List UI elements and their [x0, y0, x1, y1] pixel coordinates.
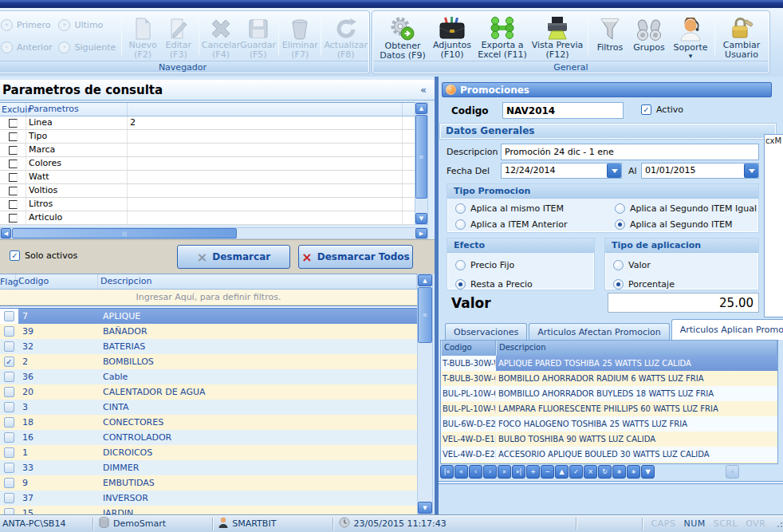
radio-resta-a-precio[interactable]: Resta a Precio: [455, 277, 594, 291]
col-descripcion[interactable]: Descripcion: [98, 274, 417, 289]
articulo-row[interactable]: T-BULB-30W-WWAPLIQUE PARED TOSHIBA 25 WA…: [441, 356, 777, 371]
flag-checkbox[interactable]: [4, 463, 14, 473]
primero-button[interactable]: « Primero: [1, 16, 52, 35]
nav-post-button[interactable]: ✓: [569, 465, 583, 479]
flag-checkbox[interactable]: [4, 402, 14, 412]
siguiente-button[interactable]: › Siguiente: [58, 38, 116, 57]
exporta-excel-button[interactable]: Exporta aExcel (F11): [475, 13, 529, 60]
nuevo-button[interactable]: Nuevo(F2): [124, 13, 161, 60]
filter-hint-row[interactable]: Ingresar Aquí, para definir filtros.: [0, 290, 417, 305]
linea-row[interactable]: 15JARDIN: [0, 506, 417, 514]
editar-button[interactable]: Editar(F3): [161, 13, 196, 60]
ultimo-button[interactable]: » Ultimo: [58, 16, 116, 35]
linea-row[interactable]: 32BATERIAS: [0, 339, 417, 354]
anterior-button[interactable]: ‹ Anterior: [1, 38, 52, 57]
col-excluir[interactable]: Excluir: [0, 103, 26, 116]
radio-precio-fijo[interactable]: Precio Fijo: [455, 258, 594, 272]
grupos-button[interactable]: Grupos: [629, 13, 669, 60]
radio-valor[interactable]: Valor: [613, 258, 758, 272]
excluir-checkbox[interactable]: [9, 173, 18, 182]
docked-side-panel[interactable]: cxM: [764, 134, 783, 317]
calendar-dropdown-icon[interactable]: [744, 164, 758, 178]
radio-aplica-segundo-item-igual[interactable]: Aplica al Segundo ITEM Igual: [615, 201, 758, 215]
scroll-thumb[interactable]: ≡: [415, 115, 427, 199]
activo-checkbox[interactable]: ✓: [641, 104, 651, 115]
linea-row[interactable]: ✓2BOMBILLOS: [0, 354, 417, 369]
col-parametros[interactable]: Parametros: [26, 103, 128, 116]
linea-row[interactable]: 16CONTROLADOR: [0, 430, 417, 445]
solo-activos-checkbox[interactable]: ✓: [10, 250, 20, 261]
linea-row[interactable]: 7APLIQUE: [0, 309, 417, 324]
articulo-row[interactable]: BUL-PL-10W-CWBOMBILLO AHORRADOR BUYLEDS …: [441, 386, 777, 401]
vista-previa-button[interactable]: Vista Previa(F12): [529, 13, 585, 60]
actualizar-button[interactable]: Actualizar(F8): [324, 13, 368, 60]
linea-row[interactable]: 9EMBUTIDAS: [0, 475, 417, 491]
valor-input[interactable]: [608, 293, 759, 313]
param-row[interactable]: Marca: [0, 144, 415, 157]
col-descripcion[interactable]: Descripcion: [496, 341, 777, 356]
articulo-row[interactable]: VEL-4W-D-E14-PFOCO HALOGENO GENERAL ELEC…: [441, 462, 777, 464]
articulo-row[interactable]: BUL-6W-D-E27FOCO HALOGENO TOSHIBA 25 WAT…: [441, 416, 777, 432]
nav-edit-button[interactable]: ▲: [555, 465, 569, 479]
scroll-left-icon[interactable]: ◀: [1, 228, 11, 238]
linea-row[interactable]: 33DIMMER: [0, 460, 417, 475]
scroll-down-icon[interactable]: ▼: [415, 213, 427, 224]
excluir-checkbox[interactable]: [9, 119, 18, 128]
soporte-button[interactable]: Soporte ▾: [669, 13, 712, 60]
articulo-row[interactable]: BUL-PL-10W-WWLAMPARA FLUORESCENTE PHILLI…: [441, 401, 777, 416]
tab-articulos-aplican[interactable]: Articulos Aplican Promocion: [671, 319, 783, 340]
param-row[interactable]: Articulo: [0, 211, 415, 225]
nav-insert-button[interactable]: +: [526, 465, 540, 479]
articulo-row[interactable]: VEL-4W-D-E14-PBULBO TOSHIBA 90 WATTS LUZ…: [441, 432, 777, 447]
excluir-checkbox[interactable]: [9, 160, 18, 168]
excluir-checkbox[interactable]: [9, 200, 18, 209]
nav-cancel-button[interactable]: ×: [584, 465, 597, 479]
radio-aplica-item-anterior[interactable]: Aplica a ITEM Anterior: [455, 217, 615, 231]
flag-checkbox[interactable]: [4, 493, 14, 503]
flag-checkbox[interactable]: [4, 326, 14, 337]
flag-checkbox[interactable]: [4, 447, 14, 458]
articulo-row[interactable]: T-BULB-30W-CWBOMBILLO AHORRADOR RADIUM 6…: [441, 371, 777, 386]
col-flag[interactable]: Flag: [0, 274, 16, 289]
filtros-button[interactable]: Filtros: [591, 13, 629, 60]
fecha-del-combo[interactable]: 12/24/2014: [501, 163, 622, 179]
param-row[interactable]: Voltios: [0, 184, 415, 198]
scroll-up-icon[interactable]: ▲: [415, 103, 427, 114]
lineas-vertical-scrollbar[interactable]: ▲ ≡ ▼: [417, 274, 433, 514]
param-row[interactable]: Tipo: [0, 130, 415, 144]
scroll-thumb[interactable]: ≡: [418, 287, 432, 343]
linea-row[interactable]: 3CINTA: [0, 400, 417, 415]
linea-row[interactable]: 37INVERSOR: [0, 491, 417, 506]
collapse-panel-icon[interactable]: «: [420, 84, 435, 96]
cancelar-button[interactable]: Cancelar(F4): [202, 13, 241, 60]
flag-checkbox[interactable]: [4, 387, 14, 397]
linea-row[interactable]: 36Cable: [0, 369, 417, 384]
nav-prev-button[interactable]: ‹: [469, 465, 482, 479]
flag-checkbox[interactable]: [4, 478, 14, 488]
nav-delete-button[interactable]: −: [541, 465, 554, 479]
flag-checkbox[interactable]: [4, 417, 14, 428]
linea-row[interactable]: 1DICROICOS: [0, 445, 417, 460]
nav-next-page-button[interactable]: »: [498, 465, 511, 479]
linea-row[interactable]: 18CONECTORES: [0, 415, 417, 430]
param-row[interactable]: Linea2: [0, 116, 415, 130]
scroll-thumb[interactable]: |||: [12, 228, 237, 238]
flag-checkbox[interactable]: [4, 508, 14, 514]
excluir-checkbox[interactable]: [9, 187, 18, 195]
param-row[interactable]: Litros: [0, 198, 415, 211]
tab-articulos-afectan[interactable]: Articulos Afectan Promocion: [529, 323, 670, 340]
obtener-datos-button[interactable]: ObtenerDatos (F9): [376, 13, 429, 60]
eliminar-button[interactable]: Eliminar(F7): [281, 13, 318, 60]
flag-checkbox-checked[interactable]: ✓: [4, 357, 14, 367]
articulo-row[interactable]: VEL-4W-D-E27-PACCESORIO APLIQUE BOULED 3…: [441, 447, 777, 462]
cambiar-usuario-button[interactable]: CambiarUsuario: [718, 13, 765, 60]
param-row[interactable]: Colores: [0, 157, 415, 171]
col-codigo[interactable]: Codigo: [441, 341, 496, 356]
params-horizontal-scrollbar[interactable]: ◀ ||| ▶: [0, 227, 428, 239]
radio-aplica-mismo-item[interactable]: Aplica al mismo ITEM: [455, 201, 615, 215]
calendar-dropdown-icon[interactable]: [607, 164, 621, 178]
linea-row[interactable]: 39BAÑADOR: [0, 324, 417, 339]
excluir-checkbox[interactable]: [9, 214, 18, 223]
adjuntos-button[interactable]: Adjuntos(F10): [429, 13, 475, 60]
tab-observaciones[interactable]: Observaciones: [445, 323, 527, 340]
